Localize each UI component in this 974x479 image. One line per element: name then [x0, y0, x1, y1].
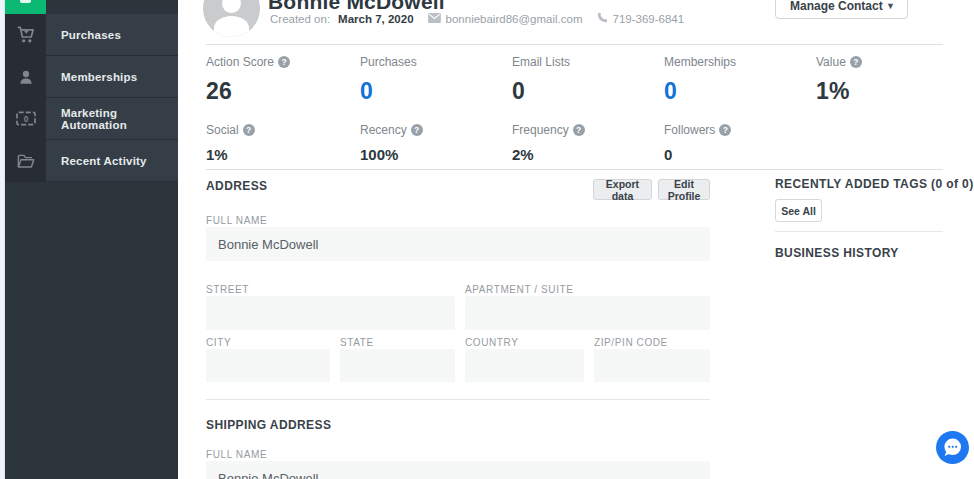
header-divider	[206, 44, 943, 45]
stat-followers: Followers? 0	[664, 123, 816, 163]
shipping-full-name-input[interactable]	[206, 461, 710, 479]
apartment-suite-label: APARTMENT / SUITE	[465, 284, 574, 295]
chat-bubble-icon	[936, 431, 969, 464]
folder-icon	[5, 140, 46, 181]
banknote-icon: 0	[5, 98, 46, 139]
recent-tags-title: RECENTLY ADDED TAGS (0 of 0)	[775, 177, 974, 191]
stat-value: 1%	[816, 78, 968, 105]
sidebar-item-purchases[interactable]: Purchases	[5, 14, 178, 56]
contact-phone: 719-369-6841	[613, 13, 685, 25]
sidebar-item-memberships[interactable]: Memberships	[5, 56, 178, 98]
stat-label: Social	[206, 123, 239, 137]
zip-pin-code-input[interactable]	[594, 349, 710, 382]
manage-contact-label: Manage Contact	[790, 0, 883, 13]
stat-label: Action Score	[206, 55, 274, 69]
stat-email-lists: Email Lists 0	[512, 55, 664, 105]
shipping-section-title: SHIPPING ADDRESS	[206, 418, 331, 432]
sidebar: Purchases Memberships 0	[5, 0, 178, 479]
sidebar-item-label: Purchases	[46, 14, 178, 55]
stat-label: Purchases	[360, 55, 417, 69]
avatar-head-shape	[222, 0, 241, 13]
stat-memberships: Memberships 0	[664, 55, 816, 105]
stat-value: 0	[512, 78, 664, 105]
city-input[interactable]	[206, 349, 330, 382]
help-icon[interactable]: ?	[243, 124, 255, 136]
address-section-title: ADDRESS	[206, 179, 267, 193]
stat-value[interactable]: 0	[360, 78, 512, 105]
help-icon[interactable]: ?	[573, 124, 585, 136]
state-input[interactable]	[340, 349, 455, 382]
stat-value: 2%	[512, 146, 664, 163]
sidebar-active-item[interactable]	[5, 0, 46, 14]
contact-profile-page: Purchases Memberships 0	[0, 0, 974, 479]
stat-value[interactable]: 0	[664, 78, 816, 105]
stats-row-1: Action Score? 26 Purchases 0 Email Lists…	[206, 55, 968, 105]
stat-label: Followers	[664, 123, 715, 137]
phone-icon	[597, 12, 608, 25]
sidebar-item-label: Marketing Automation	[46, 98, 178, 139]
avatar-body-shape	[214, 16, 249, 37]
state-label: STATE	[340, 337, 374, 348]
chat-widget-button[interactable]	[936, 431, 969, 464]
stat-label: Recency	[360, 123, 407, 137]
apartment-suite-input[interactable]	[465, 296, 710, 330]
right-panel-divider	[775, 231, 943, 232]
shipping-full-name-label: FULL NAME	[206, 449, 267, 460]
manage-contact-dropdown[interactable]: Manage Contact ▼	[775, 0, 908, 19]
stat-recency: Recency? 100%	[360, 123, 512, 163]
sidebar-item-label: Memberships	[46, 56, 178, 97]
stats-divider	[206, 169, 943, 170]
phone-segment: 719-369-6841	[597, 12, 685, 25]
stats-row-2: Social? 1% Recency? 100% Frequency? 2% F…	[206, 123, 816, 163]
person-icon	[5, 56, 46, 97]
stat-label: Frequency	[512, 123, 569, 137]
cart-icon	[5, 14, 46, 55]
email-segment: bonniebaird86@gmail.com	[428, 13, 583, 25]
help-icon[interactable]: ?	[850, 56, 862, 68]
sidebar-item-recent-activity[interactable]: Recent Activity	[5, 140, 178, 182]
contact-email[interactable]: bonniebaird86@gmail.com	[446, 13, 583, 25]
street-input[interactable]	[206, 296, 455, 330]
avatar	[203, 0, 260, 37]
contact-meta: Created on: March 7, 2020 bonniebaird86@…	[270, 12, 684, 25]
country-input[interactable]	[465, 349, 584, 382]
street-label: STREET	[206, 284, 249, 295]
created-date: March 7, 2020	[338, 13, 413, 25]
svg-text:0: 0	[23, 114, 28, 124]
edit-profile-button[interactable]: Edit Profile	[658, 179, 710, 200]
zip-pin-code-label: ZIP/PIN CODE	[594, 337, 668, 348]
city-label: CITY	[206, 337, 231, 348]
chevron-down-icon: ▼	[886, 1, 895, 11]
business-history-title: BUSINESS HISTORY	[775, 246, 899, 260]
sidebar-item-label: Recent Activity	[46, 140, 178, 181]
see-all-button[interactable]: See All	[775, 199, 822, 222]
created-on-label: Created on:	[270, 13, 330, 25]
stat-purchases: Purchases 0	[360, 55, 512, 105]
help-icon[interactable]: ?	[719, 124, 731, 136]
stat-frequency: Frequency? 2%	[512, 123, 664, 163]
full-name-input[interactable]	[206, 227, 710, 261]
shipping-divider	[206, 399, 710, 400]
stat-label: Value	[816, 55, 846, 69]
stat-value: 0	[664, 146, 816, 163]
stat-social: Social? 1%	[206, 123, 360, 163]
sidebar-item-marketing-automation[interactable]: 0 Marketing Automation	[5, 98, 178, 140]
export-data-button[interactable]: Export data	[593, 179, 652, 200]
active-item-icon	[20, 0, 31, 3]
sidebar-nav: Purchases Memberships 0	[5, 14, 178, 182]
country-label: COUNTRY	[465, 337, 518, 348]
stat-label: Email Lists	[512, 55, 570, 69]
stat-label: Memberships	[664, 55, 736, 69]
help-icon[interactable]: ?	[278, 56, 290, 68]
stat-value: 26	[206, 78, 360, 105]
stat-value: 100%	[360, 146, 512, 163]
envelope-icon	[428, 13, 441, 25]
stat-value: 1%	[206, 146, 360, 163]
stat-value-pct: Value? 1%	[816, 55, 968, 105]
full-name-label: FULL NAME	[206, 215, 267, 226]
stat-action-score: Action Score? 26	[206, 55, 360, 105]
help-icon[interactable]: ?	[411, 124, 423, 136]
